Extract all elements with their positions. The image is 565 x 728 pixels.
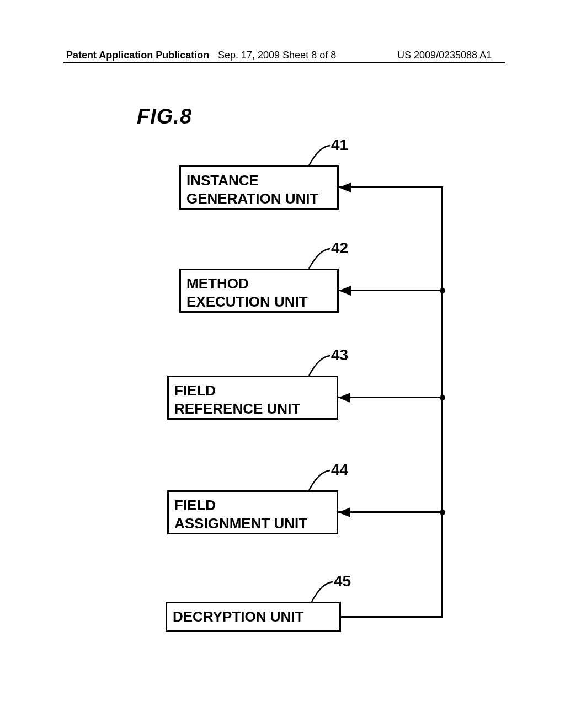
header-divider — [63, 62, 505, 63]
ref-number-41: 41 — [331, 136, 348, 154]
arrow-left-icon — [338, 507, 350, 517]
arrow-left-icon — [339, 183, 351, 192]
arrow-left-icon — [338, 393, 350, 403]
block-label: FIELD ASSIGNMENT UNIT — [174, 497, 307, 532]
connector-line — [338, 511, 443, 513]
publication-number: US 2009/0235088 A1 — [397, 50, 492, 61]
diagram-fig8: INSTANCE GENERATION UNIT 41 METHOD EXECU… — [149, 143, 480, 684]
publication-date-sheet: Sep. 17, 2009 Sheet 8 of 8 — [218, 50, 336, 61]
connector-line — [339, 290, 443, 291]
connector-line — [339, 186, 443, 188]
block-label: DECRYPTION UNIT — [173, 608, 303, 625]
block-label: INSTANCE GENERATION UNIT — [186, 172, 318, 207]
bus-line — [441, 186, 443, 618]
ref-number-44: 44 — [331, 461, 348, 479]
block-decryption-unit: DECRYPTION UNIT — [166, 602, 341, 632]
figure-label: FIG.8 — [137, 105, 192, 129]
junction-dot-icon — [440, 510, 445, 515]
ref-number-45: 45 — [334, 572, 351, 590]
block-field-reference-unit: FIELD REFERENCE UNIT — [167, 376, 338, 420]
publication-type: Patent Application Publication — [66, 50, 209, 61]
arrow-left-icon — [339, 286, 351, 296]
block-instance-generation-unit: INSTANCE GENERATION UNIT — [179, 165, 339, 210]
ref-number-43: 43 — [331, 346, 348, 364]
connector-line — [338, 397, 443, 398]
block-method-execution-unit: METHOD EXECUTION UNIT — [179, 269, 339, 313]
ref-number-42: 42 — [331, 239, 348, 257]
block-label: FIELD REFERENCE UNIT — [174, 382, 300, 417]
junction-dot-icon — [440, 395, 445, 400]
connector-line — [341, 616, 443, 618]
block-field-assignment-unit: FIELD ASSIGNMENT UNIT — [167, 490, 338, 534]
block-label: METHOD EXECUTION UNIT — [186, 275, 308, 310]
junction-dot-icon — [440, 288, 445, 293]
